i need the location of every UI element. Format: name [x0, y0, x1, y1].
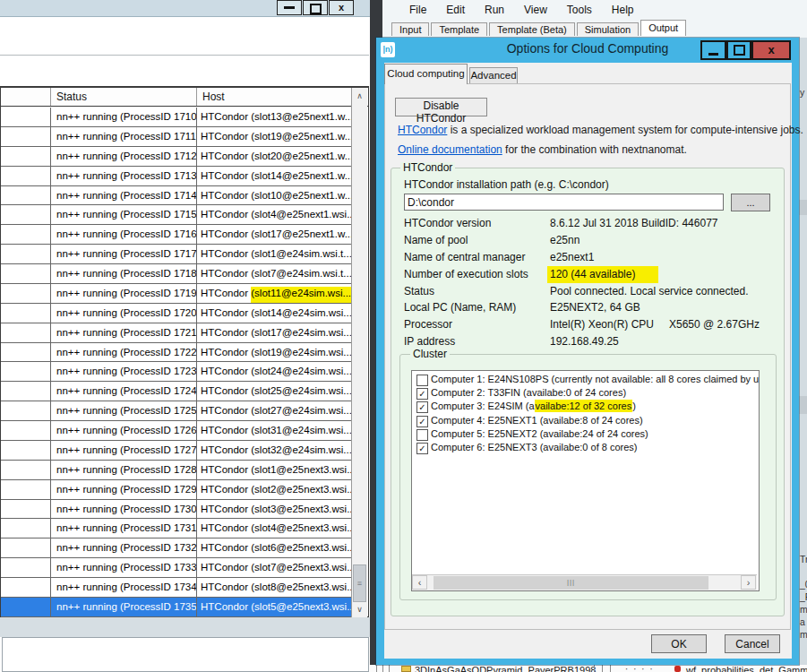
cell-status: nn++ running (ProcessID 1717): [51, 245, 197, 263]
tab-advanced[interactable]: Advanced: [469, 67, 518, 84]
table-row[interactable]: nn++ running (ProcessID 1715)HTCondor (s…: [1, 205, 352, 225]
dialog-titlebar[interactable]: |n) Options for Cloud Computing x: [376, 38, 799, 63]
ok-button[interactable]: OK: [651, 634, 707, 653]
table-row[interactable]: nn++ running (ProcessID 1720)HTCondor (s…: [1, 304, 352, 323]
table-row[interactable]: nn++ running (ProcessID 1725)HTCondor (s…: [1, 401, 352, 421]
browse-button[interactable]: ...: [731, 194, 770, 211]
checkbox-checked-icon[interactable]: ✓: [416, 388, 428, 400]
cell-empty: [1, 519, 51, 538]
checkbox-checked-icon[interactable]: ✓: [416, 401, 428, 413]
scroll-up-icon[interactable]: ∧: [352, 89, 367, 104]
scroll-down-icon[interactable]: ∨: [352, 602, 367, 617]
table-row[interactable]: nn++ running (ProcessID 1710)HTCondor (s…: [1, 108, 352, 127]
table-row[interactable]: nn++ running (ProcessID 1718)HTCondor (s…: [1, 264, 352, 284]
background-band: [799, 200, 807, 215]
main-tab-template[interactable]: Template: [431, 22, 487, 36]
output-tree-row: 3DInAsGaAsQDPyramid_PayerPRB1998 : : : :…: [370, 665, 807, 672]
table-row[interactable]: nn++ running (ProcessID 1731)HTCondor (s…: [1, 519, 352, 538]
table-row[interactable]: nn++ running (ProcessID 1714)HTCondor (s…: [1, 186, 352, 206]
cell-status: nn++ running (ProcessID 1734): [51, 578, 197, 597]
main-tab-input[interactable]: Input: [391, 22, 429, 36]
online-documentation-link[interactable]: Online documentation: [398, 143, 502, 156]
table-row[interactable]: nn++ running (ProcessID 1730)HTCondor (s…: [1, 500, 352, 520]
cell-empty: [1, 558, 51, 577]
dialog-maximize-button[interactable]: [726, 40, 751, 60]
left-minimize-button[interactable]: [277, 0, 302, 15]
table-row[interactable]: nn++ running (ProcessID 1735)HTCondor (s…: [1, 598, 352, 617]
file-name[interactable]: wf_probabilities_det_Gamm: [686, 665, 807, 672]
info-row: ProcessorIntel(R) Xeon(R) CPUX5650 @ 2.6…: [404, 318, 780, 335]
cluster-item-computer-1[interactable]: Computer 1: E24NS108PS (currently not av…: [412, 374, 759, 387]
cluster-item-computer-5[interactable]: Computer 5: E25NEXT2 (availabe:24 of 24 …: [412, 428, 759, 442]
scroll-right-icon[interactable]: ›: [741, 575, 756, 590]
left-window-titlebar[interactable]: x: [0, 0, 370, 17]
menu-item-tools[interactable]: Tools: [563, 3, 596, 17]
menu-item-file[interactable]: File: [406, 3, 430, 17]
table-row[interactable]: nn++ running (ProcessID 1724)HTCondor (s…: [1, 382, 352, 401]
main-tab-output[interactable]: Output: [640, 20, 686, 36]
cluster-item-computer-2[interactable]: ✓Computer 2: T33FIN (availabe:0 of 24 co…: [412, 387, 759, 401]
table-row[interactable]: nn++ running (ProcessID 1717)HTCondor (s…: [1, 245, 352, 264]
info-label: HTCondor version: [404, 217, 550, 229]
table-row[interactable]: nn++ running (ProcessID 1716)HTCondor (s…: [1, 225, 352, 245]
tab-cloud-computing[interactable]: Cloud computing: [384, 64, 468, 84]
table-row[interactable]: nn++ running (ProcessID 1726)HTCondor (s…: [1, 421, 352, 441]
cell-status: nn++ running (ProcessID 1725): [51, 401, 197, 420]
checkbox-unchecked-icon[interactable]: [416, 429, 428, 441]
cluster-item-computer-4[interactable]: ✓Computer 4: E25NEXT1 (availabe:8 of 24 …: [412, 415, 759, 428]
table-row[interactable]: nn++ running (ProcessID 1723)HTCondor (s…: [1, 362, 352, 382]
cancel-button[interactable]: Cancel: [725, 634, 780, 653]
dialog-close-button[interactable]: x: [751, 40, 791, 60]
scrollbar-thumb[interactable]: ≡: [353, 564, 366, 602]
info-row: Local PC (Name, RAM)E25NEXT2, 64 GB: [404, 301, 780, 318]
table-row[interactable]: nn++ running (ProcessID 1722)HTCondor (s…: [1, 343, 352, 363]
column-header-empty[interactable]: [1, 88, 51, 106]
menu-item-help[interactable]: Help: [608, 3, 638, 17]
table-row[interactable]: nn++ running (ProcessID 1727)HTCondor (s…: [1, 441, 352, 461]
tree-line: [610, 665, 611, 672]
table-body: nn++ running (ProcessID 1710)HTCondor (s…: [1, 108, 352, 617]
column-header-status[interactable]: Status: [51, 88, 197, 106]
cell-empty: [1, 578, 51, 597]
table-row[interactable]: nn++ running (ProcessID 1719)HTCondor (s…: [1, 284, 352, 304]
menu-item-view[interactable]: View: [520, 3, 551, 17]
cell-empty: [1, 323, 51, 342]
folder-name[interactable]: 3DInAsGaAsQDPyramid_PayerPRB1998: [415, 665, 596, 672]
table-row[interactable]: nn++ running (ProcessID 1713)HTCondor (s…: [1, 167, 352, 186]
cell-status: nn++ running (ProcessID 1711): [51, 127, 197, 146]
table-row[interactable]: nn++ running (ProcessID 1732)HTCondor (s…: [1, 538, 352, 558]
cell-host: HTCondor (slot1@e25next3.wsi...: [197, 461, 352, 479]
horizontal-scrollbar[interactable]: ‹ ||| ›: [412, 574, 757, 590]
cluster-item-computer-6[interactable]: ✓Computer 6: E25NEXT3 (availabe:0 of 8 c…: [412, 442, 759, 455]
scroll-left-icon[interactable]: ‹: [412, 575, 427, 590]
cell-empty: [1, 108, 51, 126]
menu-item-run[interactable]: Run: [481, 3, 508, 17]
column-header-host[interactable]: Host: [197, 88, 352, 106]
table-row[interactable]: nn++ running (ProcessID 1721)HTCondor (s…: [1, 323, 352, 343]
htcondor-link[interactable]: HTCondor: [398, 124, 447, 136]
info-row: Name of central managere25next1: [404, 251, 780, 268]
table-header-row: Status Host: [1, 88, 368, 107]
table-row[interactable]: nn++ running (ProcessID 1711)HTCondor (s…: [1, 127, 352, 147]
window-gap: [0, 617, 370, 637]
table-row[interactable]: nn++ running (ProcessID 1728)HTCondor (s…: [1, 461, 352, 480]
checkbox-checked-icon[interactable]: ✓: [416, 443, 428, 454]
cell-empty: [1, 500, 51, 519]
main-tab-template-beta-[interactable]: Template (Beta): [489, 22, 575, 36]
checkbox-unchecked-icon[interactable]: [416, 375, 428, 386]
vertical-scrollbar[interactable]: ∧ ≡ ∨: [351, 88, 367, 617]
cluster-item-computer-3[interactable]: ✓Computer 3: E24SIM (availabe:12 of 32 c…: [412, 401, 759, 414]
table-row[interactable]: nn++ running (ProcessID 1733)HTCondor (s…: [1, 558, 352, 578]
table-row[interactable]: nn++ running (ProcessID 1734)HTCondor (s…: [1, 578, 352, 598]
menu-item-edit[interactable]: Edit: [442, 3, 468, 17]
checkbox-checked-icon[interactable]: ✓: [416, 416, 428, 427]
left-maximize-button[interactable]: [303, 0, 328, 15]
table-row[interactable]: nn++ running (ProcessID 1712)HTCondor (s…: [1, 147, 352, 167]
dialog-minimize-button[interactable]: [700, 40, 726, 60]
table-row[interactable]: nn++ running (ProcessID 1729)HTCondor (s…: [1, 480, 352, 500]
scrollbar-thumb[interactable]: |||: [434, 576, 708, 590]
install-path-input[interactable]: [404, 194, 724, 211]
left-close-button[interactable]: x: [329, 0, 354, 15]
disable-htcondor-button[interactable]: Disable HTCondor: [395, 98, 487, 116]
main-tab-simulation[interactable]: Simulation: [577, 22, 639, 36]
